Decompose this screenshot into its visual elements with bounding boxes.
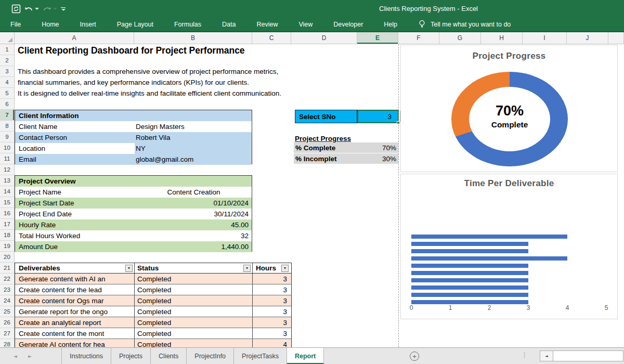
column-header-A[interactable]: A	[15, 32, 134, 44]
overview-label[interactable]: Project Start Date	[15, 198, 135, 209]
overview-value[interactable]: 1,440.00	[135, 241, 252, 252]
ribbon-tab-formulas[interactable]: Formulas	[174, 21, 201, 28]
row-header-5[interactable]: 5	[0, 88, 14, 99]
row-header-22[interactable]: 22	[0, 274, 14, 284]
filter-button[interactable]: ▾	[243, 265, 251, 272]
row-header-2[interactable]: 2	[0, 55, 14, 66]
client-info-label[interactable]: Location	[15, 143, 135, 154]
sheet-tab-report[interactable]: Report	[287, 348, 324, 364]
time-per-deliverable-chart[interactable]: Time Per Deliverable 012345	[400, 174, 618, 319]
row-header-10[interactable]: 10	[0, 142, 14, 153]
sheet-tab-projects[interactable]: Projects	[111, 348, 151, 364]
row-header-14[interactable]: 14	[0, 186, 14, 197]
row-header-6[interactable]: 6	[0, 99, 14, 110]
row-header-8[interactable]: 8	[0, 121, 14, 132]
new-sheet-button[interactable]: +	[410, 352, 419, 361]
client-info-label[interactable]: Client Name	[15, 121, 135, 132]
row-header-28[interactable]: 28	[0, 339, 14, 347]
client-info-label[interactable]: Contact Person	[15, 132, 135, 143]
ribbon-tab-data[interactable]: Data	[222, 21, 236, 28]
progress-row[interactable]: % Complete 70%	[294, 142, 398, 153]
overview-label[interactable]: Project End Date	[15, 209, 135, 219]
status-column-header[interactable]: Status▾	[135, 263, 253, 273]
row-header-12[interactable]: 12	[0, 164, 14, 175]
ribbon-tab-insert[interactable]: Insert	[80, 21, 96, 28]
ribbon-tab-file[interactable]: File	[10, 21, 21, 28]
sheet-tab-projectinfo[interactable]: ProjectInfo	[187, 348, 234, 364]
table-row[interactable]: Create content for the leadCompleted3	[15, 284, 292, 295]
worksheet[interactable]: Client Reporting Dashboard for Project P…	[15, 44, 624, 347]
column-header-H[interactable]: H	[481, 32, 523, 44]
row-header-4[interactable]: 4	[0, 77, 14, 88]
sheet-nav-right-icon[interactable]: ►	[28, 348, 32, 364]
ribbon-tab-review[interactable]: Review	[256, 21, 278, 28]
sheet-tab-clients[interactable]: Clients	[151, 348, 187, 364]
overview-label[interactable]: Total Hours Worked	[15, 230, 135, 241]
ribbon-tab-page-layout[interactable]: Page Layout	[117, 21, 153, 28]
client-info-value[interactable]: Design Masters	[135, 121, 252, 132]
hscroll-track[interactable]	[553, 350, 623, 361]
row-header-17[interactable]: 17	[0, 219, 14, 230]
column-header-J[interactable]: J	[567, 32, 608, 44]
ribbon-tab-view[interactable]: View	[298, 21, 313, 28]
client-info-value[interactable]: Robert Vila	[135, 132, 252, 143]
progress-row[interactable]: % Incomplet 30%	[294, 153, 398, 164]
client-info-value[interactable]: global@gmail.com	[135, 154, 252, 165]
overview-label[interactable]: Hourly Rate	[15, 219, 135, 230]
row-header-26[interactable]: 26	[0, 317, 14, 328]
table-row[interactable]: Generate AI content for heaCompleted4	[15, 339, 292, 347]
overview-value[interactable]: 32	[135, 230, 252, 241]
column-header-B[interactable]: B	[134, 32, 252, 44]
row-header-9[interactable]: 9	[0, 132, 14, 142]
row-header-3[interactable]: 3	[0, 66, 14, 77]
row-header-21[interactable]: 21	[0, 263, 14, 274]
row-header-1[interactable]: 1	[0, 44, 14, 55]
row-header-13[interactable]: 13	[0, 175, 14, 186]
client-info-label[interactable]: Email	[15, 154, 135, 165]
select-sno-cell[interactable]: 3	[357, 110, 399, 123]
table-row[interactable]: Generate report for the ongoCompleted3	[15, 306, 292, 317]
table-row[interactable]: Create an analytical reportCompleted3	[15, 317, 292, 328]
overview-label[interactable]: Amount Due	[15, 241, 135, 252]
sheet-tab-projecttasks[interactable]: ProjectTasks	[234, 348, 287, 364]
column-header-G[interactable]: G	[439, 32, 481, 44]
client-info-value[interactable]: NY	[135, 143, 252, 154]
row-header-7[interactable]: 7	[0, 110, 14, 121]
table-row[interactable]: Create content for Ogs marCompleted3	[15, 295, 292, 306]
filter-button[interactable]: ▾	[125, 265, 133, 272]
row-header-27[interactable]: 27	[0, 328, 14, 339]
row-header-19[interactable]: 19	[0, 241, 14, 252]
column-header-partial[interactable]	[608, 32, 624, 44]
column-header-D[interactable]: D	[291, 32, 357, 44]
select-all-corner[interactable]	[0, 32, 15, 44]
undo-button[interactable]	[24, 5, 39, 13]
ribbon-tab-developer[interactable]: Developer	[333, 21, 363, 28]
filter-button[interactable]: ▾	[281, 265, 289, 272]
project-progress-chart[interactable]: Project Progress 70% Complete	[400, 45, 618, 172]
row-header-18[interactable]: 18	[0, 230, 14, 241]
row-header-20[interactable]: 20	[0, 252, 14, 263]
row-header-23[interactable]: 23	[0, 284, 14, 295]
sheet-nav-left-icon[interactable]: ◄	[14, 348, 17, 364]
customize-quick-access-toolbar-icon[interactable]	[61, 7, 66, 11]
undo-dropdown-icon[interactable]	[35, 8, 39, 10]
project-overview-header[interactable]: Project Overview	[15, 176, 135, 187]
table-row[interactable]: Create content for the montCompleted3	[15, 328, 292, 339]
column-header-F[interactable]: F	[398, 32, 439, 44]
overview-value[interactable]: 30/11/2024	[135, 209, 252, 219]
save-icon[interactable]	[11, 4, 21, 14]
deliverables-column-header[interactable]: Deliverables▾	[15, 263, 135, 273]
overview-value[interactable]: 01/10/2024	[135, 198, 252, 209]
ribbon-tab-help[interactable]: Help	[384, 21, 397, 28]
overview-label[interactable]: Project Name	[15, 187, 135, 198]
row-header-15[interactable]: 15	[0, 197, 14, 208]
sheet-tab-instructions[interactable]: Instructions	[61, 348, 111, 364]
row-header-16[interactable]: 16	[0, 208, 14, 219]
overview-value[interactable]: 45.00	[135, 219, 252, 230]
ribbon-tab-home[interactable]: Home	[42, 21, 59, 28]
row-header-24[interactable]: 24	[0, 295, 14, 306]
tell-me-box[interactable]: Tell me what you want to do	[418, 20, 511, 29]
hscroll-left-button[interactable]: ◄	[540, 350, 553, 361]
table-row[interactable]: Generate content with AI anCompleted3	[15, 274, 292, 284]
row-header-11[interactable]: 11	[0, 153, 14, 164]
